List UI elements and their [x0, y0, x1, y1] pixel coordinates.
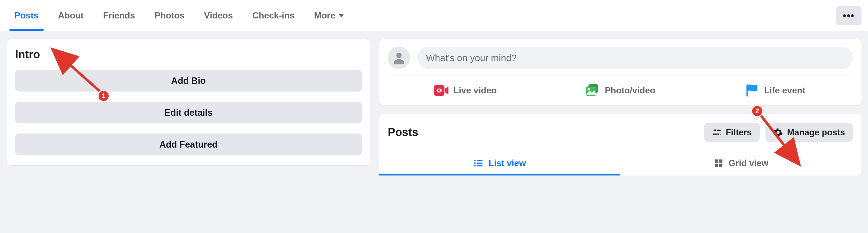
svg-rect-16 [477, 162, 483, 164]
svg-point-10 [714, 129, 716, 131]
tab-label: Posts [14, 10, 39, 20]
svg-point-12 [717, 133, 720, 135]
tab-photos[interactable]: Photos [147, 0, 192, 31]
svg-rect-19 [715, 160, 718, 163]
composer-top-row: What's on your mind? [388, 47, 853, 76]
composer-actions: Live video Photo/video [388, 76, 853, 105]
posts-card: Posts Filters [379, 114, 862, 175]
svg-rect-22 [719, 164, 722, 167]
profile-tab-bar: Posts About Friends Photos Videos Check-… [0, 0, 868, 31]
live-video-icon [434, 85, 448, 96]
button-label: Filters [726, 127, 752, 137]
add-featured-button[interactable]: Add Featured [15, 134, 362, 155]
tab-checkins[interactable]: Check-ins [244, 0, 303, 31]
button-label: Live video [453, 85, 497, 96]
filters-icon [712, 128, 721, 137]
overflow-menu-button[interactable]: ••• [836, 6, 862, 25]
svg-rect-20 [719, 160, 722, 163]
tabs-row: Posts About Friends Photos Videos Check-… [6, 0, 352, 31]
avatar[interactable] [388, 47, 410, 69]
tab-friends[interactable]: Friends [95, 0, 143, 31]
tab-label: Grid view [729, 158, 768, 168]
svg-rect-17 [474, 165, 476, 166]
grid-view-tab[interactable]: Grid view [620, 150, 862, 175]
list-view-tab[interactable]: List view [379, 150, 620, 175]
tab-about[interactable]: About [50, 0, 92, 31]
live-video-button[interactable]: Live video [388, 76, 543, 105]
button-label: Edit details [164, 107, 212, 118]
intro-title: Intro [15, 48, 362, 61]
svg-point-4 [438, 89, 440, 92]
tab-posts[interactable]: Posts [6, 0, 47, 31]
composer-card: What's on your mind? Live video [379, 39, 862, 105]
button-label: Life event [764, 85, 805, 96]
gear-icon [773, 128, 783, 137]
tab-label: Friends [103, 10, 135, 20]
svg-rect-13 [474, 160, 476, 161]
svg-point-7 [587, 88, 590, 90]
posts-header-buttons: Filters Manage posts [704, 123, 853, 142]
tab-more[interactable]: More [306, 0, 352, 31]
svg-marker-2 [445, 86, 448, 94]
person-icon [391, 50, 407, 65]
add-bio-button[interactable]: Add Bio [15, 70, 362, 92]
intro-card: Intro Add Bio Edit details Add Featured [6, 39, 370, 165]
posts-header: Posts Filters [379, 118, 862, 150]
photo-video-icon [585, 84, 600, 97]
flag-icon [745, 84, 759, 97]
composer-placeholder: What's on your mind? [426, 52, 517, 64]
main-content: Intro Add Bio Edit details Add Featured [0, 31, 868, 175]
tab-label: Photos [155, 10, 185, 20]
tab-videos[interactable]: Videos [196, 0, 241, 31]
right-column: What's on your mind? Live video [379, 39, 862, 175]
button-label: Add Bio [171, 76, 206, 86]
svg-rect-14 [477, 160, 483, 161]
svg-rect-21 [715, 164, 718, 167]
button-label: Add Featured [159, 139, 217, 150]
tab-label: More [314, 10, 335, 21]
button-label: Photo/video [605, 85, 655, 96]
manage-posts-button[interactable]: Manage posts [765, 123, 853, 142]
tab-label: Videos [204, 10, 233, 20]
filters-button[interactable]: Filters [704, 123, 760, 142]
svg-rect-18 [477, 165, 483, 166]
tab-label: Check-ins [252, 10, 295, 20]
life-event-button[interactable]: Life event [698, 76, 853, 105]
edit-details-button[interactable]: Edit details [15, 102, 362, 123]
list-icon [473, 158, 483, 168]
posts-view-tabs: List view Grid view [379, 150, 862, 175]
svg-rect-15 [474, 162, 476, 164]
caret-down-icon [338, 14, 344, 17]
tab-label: List view [489, 158, 526, 168]
posts-title: Posts [388, 126, 418, 139]
svg-rect-8 [746, 84, 748, 97]
grid-icon [713, 158, 724, 168]
button-label: Manage posts [787, 127, 845, 137]
ellipsis-icon: ••• [843, 10, 855, 21]
svg-point-0 [396, 53, 402, 58]
composer-input[interactable]: What's on your mind? [417, 47, 853, 69]
photo-video-button[interactable]: Photo/video [543, 76, 698, 105]
tab-label: About [58, 10, 84, 20]
